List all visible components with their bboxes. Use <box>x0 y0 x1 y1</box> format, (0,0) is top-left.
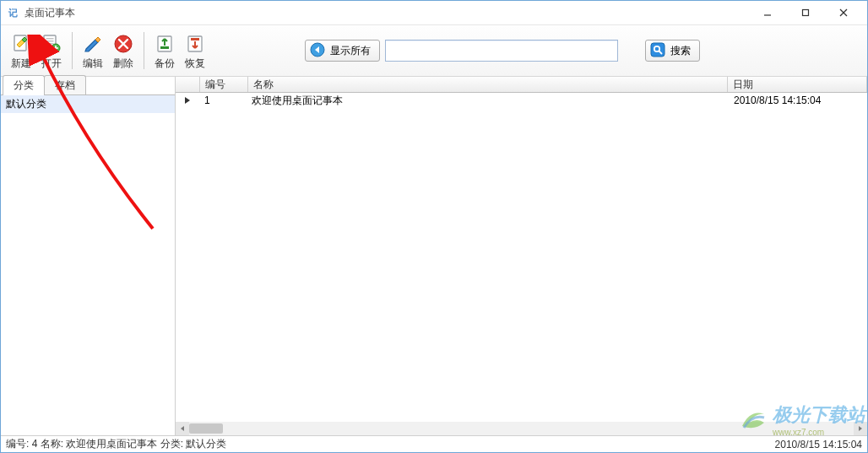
scroll-right-icon[interactable] <box>854 422 867 435</box>
row-current-marker-icon <box>176 96 199 105</box>
scroll-thumb[interactable] <box>189 423 223 434</box>
new-button[interactable]: 新建 <box>6 30 36 71</box>
svg-rect-8 <box>46 43 54 45</box>
tab-category[interactable]: 分类 <box>3 75 45 95</box>
main-toolbar: 新建 打开 <box>1 25 867 77</box>
sidebar-item-default-category[interactable]: 默认分类 <box>1 95 175 113</box>
status-bar: 编号: 4 名称: 欢迎使用桌面记事本 分类: 默认分类 2010/8/15 1… <box>1 435 867 452</box>
maximize-button[interactable] <box>786 1 824 24</box>
edit-button[interactable]: 编辑 <box>78 30 108 71</box>
list-col-name[interactable]: 名称 <box>248 77 728 92</box>
search-icon <box>650 42 665 60</box>
search-label: 搜索 <box>670 44 691 58</box>
svg-rect-14 <box>191 38 199 40</box>
sidebar-tabs: 分类 存档 <box>1 77 175 95</box>
tab-archive[interactable]: 存档 <box>44 75 86 95</box>
backup-label: 备份 <box>155 57 175 71</box>
minimize-button[interactable] <box>748 1 786 24</box>
row-id: 1 <box>199 94 247 106</box>
sidebar: 分类 存档 默认分类 <box>1 77 176 435</box>
toolbar-group-edit: 编辑 删除 <box>76 30 140 71</box>
open-icon <box>40 32 63 56</box>
list-row[interactable]: 1 欢迎使用桌面记事本 2010/8/15 14:15:04 <box>176 93 867 108</box>
toolbar-group-file: 新建 打开 <box>4 30 68 71</box>
toolbar-search-area: 显示所有 搜索 <box>305 40 700 62</box>
horizontal-scrollbar[interactable] <box>176 422 867 435</box>
scroll-left-icon[interactable] <box>176 422 189 435</box>
show-all-button[interactable]: 显示所有 <box>305 40 380 62</box>
show-all-label: 显示所有 <box>330 44 371 58</box>
backup-button[interactable]: 备份 <box>149 30 180 71</box>
new-label: 新建 <box>11 57 31 71</box>
restore-label: 恢复 <box>185 57 205 71</box>
window-title: 桌面记事本 <box>24 6 75 20</box>
back-arrow-icon <box>310 42 325 60</box>
search-input[interactable] <box>385 40 618 62</box>
new-icon <box>9 32 33 56</box>
svg-rect-6 <box>46 38 54 40</box>
restore-button[interactable]: 恢复 <box>180 30 210 71</box>
delete-label: 删除 <box>113 57 133 71</box>
toolbar-separator <box>144 32 144 69</box>
titlebar: 记 桌面记事本 <box>1 1 867 25</box>
svg-rect-16 <box>651 43 665 57</box>
close-button[interactable] <box>824 1 862 24</box>
toolbar-separator <box>72 32 73 69</box>
restore-icon <box>183 32 207 56</box>
delete-icon <box>111 32 135 56</box>
row-name: 欢迎使用桌面记事本 <box>247 94 729 108</box>
list-body[interactable]: 1 欢迎使用桌面记事本 2010/8/15 14:15:04 <box>176 93 867 422</box>
body-area: 分类 存档 默认分类 编号 名称 日期 1 欢迎使用桌面记事本 <box>1 77 867 435</box>
svg-rect-1 <box>802 10 808 16</box>
svg-rect-12 <box>160 46 169 49</box>
edit-icon <box>81 32 105 56</box>
backup-icon <box>153 32 176 56</box>
list-col-marker[interactable] <box>176 77 200 92</box>
open-label: 打开 <box>41 57 62 71</box>
toolbar-group-backup: 备份 恢复 <box>148 30 212 71</box>
app-window: 记 桌面记事本 <box>0 0 868 453</box>
svg-rect-7 <box>46 40 54 42</box>
edit-label: 编辑 <box>83 57 103 71</box>
app-icon: 记 <box>6 6 19 19</box>
status-right: 2010/8/15 14:15:04 <box>775 439 862 450</box>
delete-button[interactable]: 删除 <box>108 30 138 71</box>
open-button[interactable]: 打开 <box>36 30 67 71</box>
list-col-date[interactable]: 日期 <box>728 77 867 92</box>
sidebar-list[interactable]: 默认分类 <box>1 94 175 435</box>
window-controls <box>748 1 862 24</box>
main-panel: 编号 名称 日期 1 欢迎使用桌面记事本 2010/8/15 14:15:04 <box>176 77 867 435</box>
list-col-id[interactable]: 编号 <box>200 77 248 92</box>
scroll-track[interactable] <box>189 422 854 435</box>
search-button[interactable]: 搜索 <box>645 40 700 62</box>
list-header: 编号 名称 日期 <box>176 77 867 93</box>
row-date: 2010/8/15 14:15:04 <box>729 94 867 106</box>
status-left: 编号: 4 名称: 欢迎使用桌面记事本 分类: 默认分类 <box>6 437 226 451</box>
